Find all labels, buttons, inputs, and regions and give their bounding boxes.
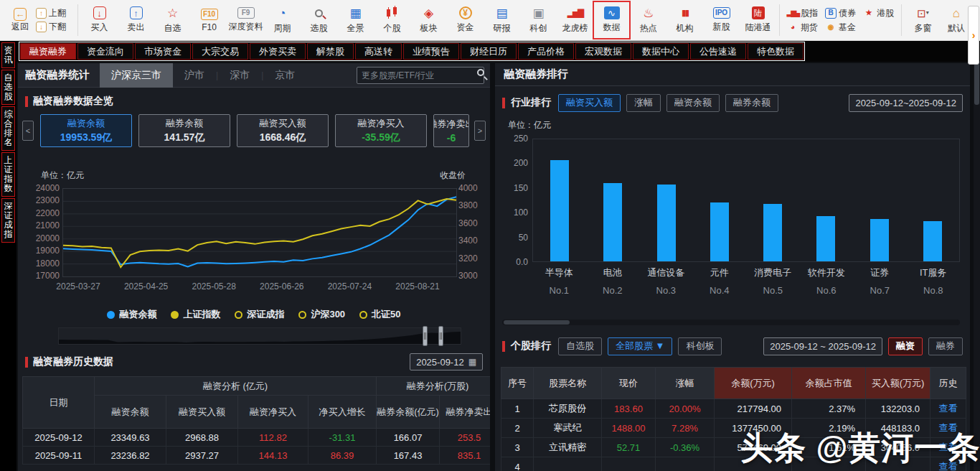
sidebar-item-自选股[interactable]: 自选股 bbox=[1, 70, 15, 105]
toolbar-item-科创[interactable]: ▣科创 bbox=[520, 1, 557, 39]
market-tab-京市[interactable]: 京市 bbox=[263, 63, 306, 88]
market-tab-深市[interactable]: 深市 bbox=[218, 63, 261, 88]
sidebar-item-综合排名[interactable]: 综合排名 bbox=[1, 106, 15, 151]
toolbar-item-新股[interactable]: IPO新股 bbox=[703, 1, 740, 39]
page-down-button[interactable]: ↓ 下翻 bbox=[36, 21, 75, 33]
legend-item-上证指数[interactable]: 上证指数 bbox=[171, 308, 220, 321]
industry-metric-button-融资余额[interactable]: 融资余额 bbox=[666, 94, 720, 112]
stock-col-现价[interactable]: 现价 bbox=[602, 368, 656, 399]
history-col-融资净买入[interactable]: 融资净买入 bbox=[238, 396, 308, 429]
toolbar-item-资金[interactable]: ¥资金 bbox=[447, 1, 484, 39]
toolbar-mini-item-基金[interactable]: ◉基金 bbox=[825, 22, 856, 34]
table-row[interactable]: 2025-09-1223349.632968.88112.82-31.31166… bbox=[23, 429, 491, 447]
nav-tab-高送转[interactable]: 高送转 bbox=[355, 43, 402, 60]
nav-tab-市场资金[interactable]: 市场资金 bbox=[135, 43, 191, 60]
scrollbar-thumb[interactable] bbox=[974, 63, 979, 105]
industry-metric-button-涨幅[interactable]: 涨幅 bbox=[626, 94, 661, 112]
toolbar-item-选股[interactable]: 选股 bbox=[301, 1, 337, 39]
chart-range-slider[interactable] bbox=[58, 327, 461, 345]
stock-col-买入额(万元)[interactable]: 买入额(万元) bbox=[866, 368, 930, 399]
history-date-picker[interactable]: 2025-09-12 ▦ bbox=[410, 353, 483, 370]
stock-col-股票名称[interactable]: 股票名称 bbox=[534, 368, 602, 399]
sidebar-item-深证成指[interactable]: 深证成指 bbox=[1, 198, 15, 243]
toolbar-item-个股[interactable]: 个股 bbox=[374, 1, 410, 39]
toolbar-item-全景[interactable]: ▦全景 bbox=[337, 1, 374, 39]
stock-col-历史[interactable]: 历史 bbox=[930, 368, 966, 399]
nav-tab-宏观数据[interactable]: 宏观数据 bbox=[575, 43, 631, 60]
legend-item-融资余额[interactable]: 融资余额 bbox=[107, 308, 156, 321]
line-chart-plot[interactable] bbox=[62, 188, 457, 277]
bar-chart-scrollbar[interactable] bbox=[502, 320, 960, 325]
industry-metric-button-融券余额[interactable]: 融券余额 bbox=[725, 94, 778, 112]
nav-tab-财经日历[interactable]: 财经日历 bbox=[461, 43, 517, 60]
nav-tab-解禁股[interactable]: 解禁股 bbox=[307, 43, 354, 60]
bar[interactable] bbox=[603, 183, 622, 261]
nav-tab-外资买卖[interactable]: 外资买卖 bbox=[250, 43, 306, 60]
toolbar-expand-button[interactable]: › bbox=[968, 6, 979, 65]
stock-col-涨幅[interactable]: 涨幅 bbox=[656, 368, 715, 399]
sidebar-item-资讯[interactable]: 资讯 bbox=[1, 42, 15, 68]
toolbar-item-深度资料[interactable]: F9深度资料 bbox=[227, 1, 264, 39]
back-button[interactable]: ← 返回 bbox=[4, 8, 36, 33]
toolbar-mini-item-债券[interactable]: B债券 bbox=[825, 7, 856, 19]
overview-card-融资余额[interactable]: 融资余额19953.59亿 bbox=[40, 114, 132, 147]
overview-card-融资净买入[interactable]: 融资净买入-35.59亿 bbox=[335, 114, 427, 147]
stock-col-序号[interactable]: 序号 bbox=[501, 368, 534, 399]
nav-tab-特色数据[interactable]: 特色数据 bbox=[748, 43, 804, 60]
default-layout-button[interactable]: ⌂ 默认 bbox=[941, 1, 971, 39]
scrollbar-thumb[interactable] bbox=[504, 320, 570, 325]
nav-tab-资金流向[interactable]: 资金流向 bbox=[77, 43, 133, 60]
bar[interactable] bbox=[816, 216, 835, 261]
toolbar-item-龙虎榜[interactable]: ▂▅▇龙虎榜 bbox=[557, 1, 593, 39]
history-col-融资买入额[interactable]: 融资买入额 bbox=[166, 396, 238, 429]
toolbar-item-数据[interactable]: ∿数据 bbox=[593, 1, 630, 39]
market-tab-沪深京三市[interactable]: 沪深京三市 bbox=[100, 63, 173, 88]
cards-next-button[interactable]: > bbox=[474, 121, 486, 141]
toolbar-item-买入[interactable]: ↓买入 bbox=[81, 1, 118, 39]
table-row[interactable]: 2025-09-1123236.822937.27144.1386.39167.… bbox=[23, 447, 491, 465]
bar[interactable] bbox=[550, 160, 569, 261]
stock-col-余额(万元)[interactable]: 余额(万元) bbox=[715, 368, 792, 399]
nav-tab-融资融券[interactable]: 融资融券 bbox=[20, 43, 76, 60]
margin-mode-button-融券[interactable]: 融券 bbox=[928, 337, 963, 355]
toolbar-item-研报[interactable]: ▤研报 bbox=[484, 1, 520, 39]
history-col-融券余额(亿元)[interactable]: 融券余额(亿元) bbox=[377, 396, 440, 429]
industry-metric-button-融资买入额[interactable]: 融资买入额 bbox=[558, 94, 621, 112]
col-date[interactable]: 日期 bbox=[23, 377, 95, 429]
cards-prev-button[interactable]: < bbox=[22, 121, 34, 141]
stock-cell[interactable]: 查看 bbox=[930, 399, 966, 419]
stock-filter-button-科创板[interactable]: 科创板 bbox=[678, 337, 722, 355]
legend-item-北证50[interactable]: 北证50 bbox=[359, 308, 400, 321]
legend-item-深证成指[interactable]: 深证成指 bbox=[235, 308, 284, 321]
stock-col-余额占市值[interactable]: 余额占市值 bbox=[792, 368, 866, 399]
history-col-融资余额[interactable]: 融资余额 bbox=[95, 396, 166, 429]
margin-mode-button-融资[interactable]: 融资 bbox=[888, 337, 923, 355]
toolbar-item-陆港通[interactable]: 陆陆港通 bbox=[740, 1, 776, 39]
multi-window-button[interactable]: ⊡▾ 多窗 bbox=[905, 1, 941, 39]
market-tab-沪市[interactable]: 沪市 bbox=[173, 63, 216, 88]
industry-date-range[interactable]: 2025-09-12~2025-09-12 bbox=[849, 94, 963, 112]
toolbar-item-卖出[interactable]: ↑卖出 bbox=[118, 1, 154, 39]
sidebar-item-上证指数[interactable]: 上证指数 bbox=[1, 152, 15, 197]
toolbar-mini-item-股指[interactable]: ▂▆▄股指 bbox=[787, 7, 818, 19]
nav-tab-公告速递[interactable]: 公告速递 bbox=[690, 43, 746, 60]
overview-card-融资买入额[interactable]: 融资买入额1668.46亿 bbox=[237, 114, 329, 147]
overview-card-融券余额[interactable]: 融券余额141.57亿 bbox=[138, 114, 230, 147]
toolbar-item-F10[interactable]: F10F10 bbox=[191, 1, 227, 39]
toolbar-item-机构[interactable]: ▮▮机构 bbox=[666, 1, 703, 39]
history-col-融券净卖出[interactable]: 融券净卖出 bbox=[440, 396, 490, 429]
overview-card-融券净卖出[interactable]: 融券净卖出-6 bbox=[433, 114, 469, 147]
toolbar-item-周期[interactable]: ◔周期 bbox=[264, 1, 301, 39]
toolbar-mini-item-期货[interactable]: ◕期货 bbox=[787, 22, 818, 34]
stock-filter-button-自选股[interactable]: 自选股 bbox=[558, 337, 602, 355]
bar[interactable] bbox=[763, 204, 782, 261]
bar[interactable] bbox=[657, 185, 676, 261]
search-input[interactable] bbox=[357, 70, 477, 80]
toolbar-item-自选[interactable]: ☆自选 bbox=[154, 1, 191, 39]
nav-tab-大宗交易[interactable]: 大宗交易 bbox=[192, 43, 248, 60]
nav-tab-数据中心[interactable]: 数据中心 bbox=[633, 43, 689, 60]
stock-date-range[interactable]: 2025-09-12 ~ 2025-09-12 bbox=[763, 337, 882, 355]
toolbar-item-热点[interactable]: ♨热点 bbox=[630, 1, 666, 39]
panel-scrollbar[interactable] bbox=[974, 61, 980, 471]
nav-tab-产品价格[interactable]: 产品价格 bbox=[518, 43, 574, 60]
